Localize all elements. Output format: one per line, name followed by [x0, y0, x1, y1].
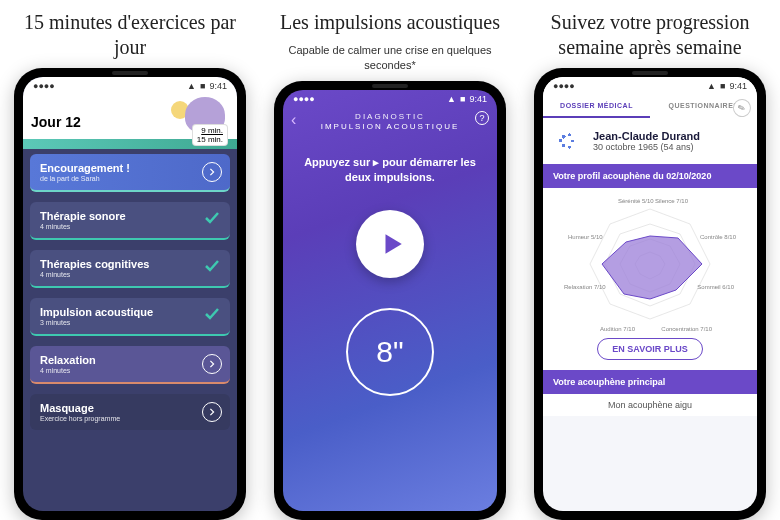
headline-1: 15 minutes d'exercices par jour [6, 10, 254, 60]
exercise-card[interactable]: Thérapie sonore 4 minutes [30, 202, 230, 240]
panel-impulses: Les impulsions acoustiques Capable de ca… [260, 0, 520, 520]
phone-2: ●●●● ▲■9:41 ‹ DIAGNOSTIC IMPULSION ACOUS… [274, 81, 506, 520]
radar-chart: Sérénité 5/10 Silence 7/10 Humeur 5/10 C… [570, 194, 730, 334]
check-icon [204, 306, 220, 326]
status-time: 9:41 [729, 81, 747, 91]
day-label: Jour 12 [31, 114, 81, 130]
profile-name: Jean-Claude Durand [593, 130, 700, 142]
acouphene-label: Mon acouphène aigu [543, 394, 757, 416]
wifi-icon: ▲ [707, 81, 716, 91]
play-icon [379, 231, 405, 257]
status-dots: ●●●● [33, 81, 55, 91]
status-time: 9:41 [469, 94, 487, 104]
panel-progress: Suivez votre progression semaine après s… [520, 0, 780, 520]
panel-exercises: 15 minutes d'exercices par jour ●●●● ▲■9… [0, 0, 260, 520]
status-dots: ●●●● [293, 94, 315, 104]
wifi-icon: ▲ [187, 81, 196, 91]
svg-marker-4 [602, 236, 702, 299]
status-dots: ●●●● [553, 81, 575, 91]
diag-title: DIAGNOSTIC [283, 112, 497, 121]
day-header: Jour 12 9 min. 15 min. [23, 95, 237, 149]
exercise-card[interactable]: Relaxation 4 minutes [30, 346, 230, 384]
instruction-text: Appuyez sur ▸ pour démarrer les deux imp… [299, 155, 481, 185]
chevron-right-icon [202, 402, 222, 422]
headline-3: Suivez votre progression semaine après s… [526, 10, 774, 60]
status-time: 9:41 [209, 81, 227, 91]
chevron-right-icon [202, 162, 222, 182]
sub-2: Capable de calmer une crise en quelques … [266, 43, 514, 73]
learn-more-button[interactable]: EN SAVOIR PLUS [597, 338, 702, 360]
check-icon [204, 258, 220, 278]
timer-display: 8" [346, 308, 434, 396]
tab-medical[interactable]: DOSSIER MÉDICAL [543, 95, 650, 118]
help-icon[interactable]: ? [475, 111, 489, 125]
phone-1: ●●●● ▲■9:41 Jour 12 9 min. 15 min. Encou… [14, 68, 246, 520]
play-button[interactable] [356, 210, 424, 278]
exercise-card[interactable]: Impulsion acoustique 3 minutes [30, 298, 230, 336]
section-main-title: Votre acouphène principal [543, 370, 757, 394]
time-progress: 9 min. 15 min. [193, 125, 227, 145]
exercise-card[interactable]: Thérapies cognitives 4 minutes [30, 250, 230, 288]
chevron-right-icon [202, 354, 222, 374]
phone-3: ●●●● ▲■9:41 DOSSIER MÉDICAL QUESTIONNAIR… [534, 68, 766, 520]
diag-subtitle: IMPULSION ACOUSTIQUE [283, 122, 497, 131]
battery-icon: ■ [460, 94, 465, 104]
profile-dob: 30 octobre 1965 (54 ans) [593, 142, 700, 152]
profile-header: Jean-Claude Durand 30 octobre 1965 (54 a… [543, 118, 757, 164]
headline-2: Les impulsions acoustiques [280, 10, 500, 35]
battery-icon: ■ [720, 81, 725, 91]
encouragement-card[interactable]: Encouragement ! de la part de Sarah [30, 154, 230, 192]
wifi-icon: ▲ [447, 94, 456, 104]
check-icon [204, 210, 220, 230]
masking-card[interactable]: Masquage Exercice hors programme [30, 394, 230, 430]
app-logo-icon [553, 126, 583, 156]
section-profile-title: Votre profil acouphène du 02/10/2020 [543, 164, 757, 188]
battery-icon: ■ [200, 81, 205, 91]
